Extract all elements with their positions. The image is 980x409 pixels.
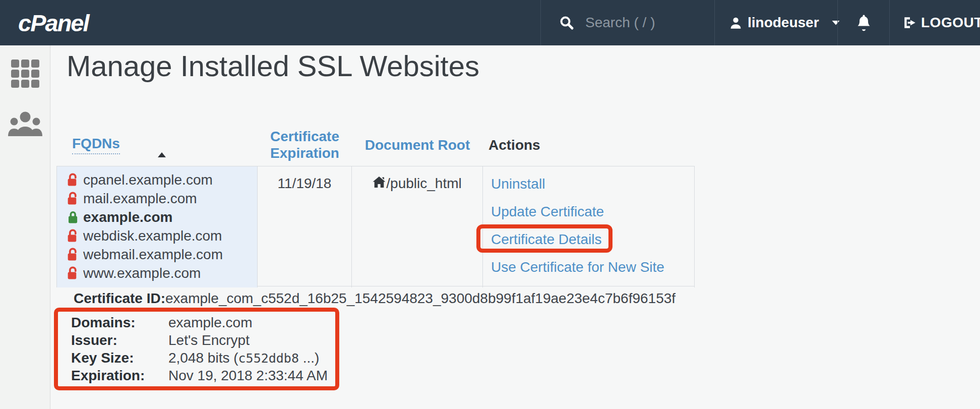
user-icon: [729, 16, 743, 30]
expiration-label: Expiration:: [71, 368, 168, 384]
detail-row-key-size: Key Size: 2,048 bits (c552ddb8 ...): [71, 349, 335, 367]
fqdn-domain: cpanel.example.com: [83, 172, 213, 188]
expiration-date: 11/19/18: [278, 176, 332, 191]
detail-row-issuer: Issuer: Let's Encrypt: [71, 331, 335, 349]
left-sidebar: [0, 45, 50, 409]
unlocked-red-icon: [67, 229, 83, 243]
document-root-cell: /public_html: [352, 166, 483, 287]
top-navbar: cPanel Search ( / ) linodeuser: [0, 0, 980, 45]
actions-cell: Uninstall Update Certificate Certificate…: [483, 166, 695, 287]
fqdn-item: cpanel.example.com: [67, 170, 257, 189]
user-menu[interactable]: linodeuser: [714, 0, 837, 45]
fqdn-domain: webdisk.example.com: [83, 228, 222, 244]
sign-out-icon: [903, 16, 917, 30]
fqdn-domain: mail.example.com: [83, 191, 197, 207]
username-label: linodeuser: [748, 15, 819, 31]
bell-icon: [856, 14, 872, 32]
page-title: Manage Installed SSL Websites: [67, 48, 479, 84]
fqdn-item: webmail.example.com: [67, 245, 257, 264]
sidebar-item-users[interactable]: [7, 111, 43, 136]
document-root-path: /public_html: [386, 176, 461, 191]
locked-green-icon: [67, 210, 83, 224]
domains-value: example.com: [168, 315, 253, 331]
certificate-details-link[interactable]: Certificate Details: [491, 232, 601, 247]
fqdns-cell: cpanel.example.com mail.example.com: [56, 166, 258, 287]
fqdn-item: mail.example.com: [67, 189, 257, 208]
users-icon: [7, 111, 43, 136]
unlocked-red-icon: [67, 173, 83, 187]
cpanel-logo[interactable]: cPanel: [18, 9, 89, 37]
issuer-label: Issuer:: [71, 332, 168, 348]
column-header-document-root[interactable]: Document Root: [352, 137, 483, 153]
home-icon: [373, 176, 386, 188]
key-fingerprint: c552ddb8: [238, 351, 299, 366]
expiration-value: Nov 19, 2018 2:33:44 AM: [168, 368, 328, 384]
certificate-expiration-cell: 11/19/18: [258, 166, 352, 287]
search-placeholder: Search ( / ): [585, 15, 655, 31]
fqdn-domain: webmail.example.com: [83, 247, 223, 263]
sidebar-item-home-grid[interactable]: [11, 60, 39, 88]
logout-button[interactable]: LOGOUT: [889, 0, 980, 45]
certificate-id-value: example_com_c552d_16b25_1542594823_9300d…: [165, 290, 676, 306]
table-row: cpanel.example.com mail.example.com: [56, 166, 695, 286]
fqdn-item: webdisk.example.com: [67, 226, 257, 245]
main-content: Manage Installed SSL Websites FQDNs Cert…: [51, 45, 980, 409]
fqdns-header-label: FQDNs: [72, 135, 120, 154]
notifications-button[interactable]: [837, 0, 889, 45]
search-input[interactable]: Search ( / ): [540, 0, 714, 45]
fqdn-domain: example.com: [83, 209, 172, 225]
ssl-table-header: FQDNs Certificate Expiration Document Ro…: [56, 124, 695, 166]
navbar-spacer: [89, 0, 540, 45]
use-certificate-new-site-link[interactable]: Use Certificate for New Site: [491, 260, 664, 275]
search-icon: [559, 15, 574, 30]
fqdn-item: www.example.com: [67, 264, 257, 282]
update-certificate-link[interactable]: Update Certificate: [491, 204, 604, 219]
annotation-box-certificate-summary: Domains: example.com Issuer: Let's Encry…: [54, 308, 339, 390]
fqdn-item-primary: example.com: [67, 208, 257, 226]
domains-label: Domains:: [71, 315, 168, 331]
fqdn-domain: www.example.com: [83, 265, 201, 281]
logout-label: LOGOUT: [921, 15, 980, 31]
unlocked-red-icon: [67, 248, 83, 261]
detail-row-domains: Domains: example.com: [71, 314, 335, 331]
sort-ascending-icon: [158, 152, 166, 157]
key-size-label: Key Size:: [71, 350, 168, 366]
uninstall-link[interactable]: Uninstall: [491, 177, 545, 192]
column-header-actions: Actions: [483, 137, 695, 153]
unlocked-red-icon: [67, 266, 83, 280]
certificate-id-line: Certificate ID:example_com_c552d_16b25_1…: [74, 290, 676, 307]
grid-icon: [11, 60, 39, 88]
column-header-certificate-expiration[interactable]: Certificate Expiration: [258, 128, 352, 161]
detail-row-expiration: Expiration: Nov 19, 2018 2:33:44 AM: [71, 367, 335, 384]
unlocked-red-icon: [67, 192, 83, 205]
key-size-value: 2,048 bits (c552ddb8 ...): [168, 350, 319, 366]
column-header-fqdns[interactable]: FQDNs: [56, 124, 258, 166]
issuer-value: Let's Encrypt: [168, 332, 250, 348]
certificate-id-label: Certificate ID:: [74, 290, 165, 306]
